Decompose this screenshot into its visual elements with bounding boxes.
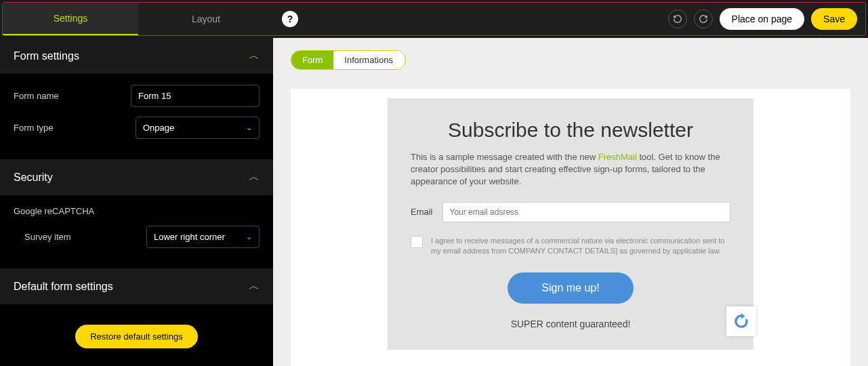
form-description: This is a sample message created with th… xyxy=(411,151,730,188)
chevron-up-icon: ︿ xyxy=(249,279,260,293)
main: Form settings ︿ Form name Form type Onpa… xyxy=(0,38,868,366)
guarantee-text: SUPER content guaranteed! xyxy=(411,319,730,329)
form-name-label: Form name xyxy=(14,91,131,101)
recaptcha-icon xyxy=(732,312,750,330)
email-row: Email xyxy=(411,202,730,222)
form-type-value: Onpage xyxy=(143,123,174,133)
chevron-up-icon: ︿ xyxy=(249,170,260,184)
form-preview: Subscribe to the newsletter This is a sa… xyxy=(388,98,753,350)
survey-item-value: Lower right corner xyxy=(154,232,225,242)
survey-item-select[interactable]: Lower right corner ⌄ xyxy=(146,226,260,248)
section-form-settings-header[interactable]: Form settings ︿ xyxy=(0,38,273,74)
consent-row: I agree to receive messages of a commerc… xyxy=(411,236,730,257)
section-title: Form settings xyxy=(14,50,79,62)
top-tabs: Settings Layout xyxy=(3,3,274,35)
topbar-right: ? Place on page Save xyxy=(274,3,865,35)
section-security-body: Google reCAPTCHA Survey item Lower right… xyxy=(0,195,273,268)
consent-text: I agree to receive messages of a commerc… xyxy=(431,236,730,257)
recaptcha-label: Google reCAPTCHA xyxy=(14,206,260,216)
section-title: Default form settings xyxy=(14,281,113,293)
recaptcha-badge xyxy=(726,306,756,336)
sidebar: Form settings ︿ Form name Form type Onpa… xyxy=(0,38,273,366)
email-label: Email xyxy=(411,207,433,217)
email-input[interactable] xyxy=(442,202,730,222)
desc-brand: FreshMail xyxy=(598,152,637,162)
redo-icon[interactable] xyxy=(694,9,713,28)
section-title: Security xyxy=(14,171,53,184)
topbar: Settings Layout ? Place on page Save xyxy=(2,2,866,36)
canvas-tab-informations[interactable]: Informations xyxy=(333,51,404,69)
form-type-select[interactable]: Onpage ⌄ xyxy=(136,117,260,139)
form-card: Subscribe to the newsletter This is a sa… xyxy=(291,89,850,366)
consent-checkbox[interactable] xyxy=(411,236,423,248)
canvas-tabs: Form Informations xyxy=(291,50,406,70)
tab-layout[interactable]: Layout xyxy=(138,3,274,35)
section-defaults-body: Restore default settings xyxy=(0,304,273,362)
form-name-input[interactable] xyxy=(131,85,260,107)
section-form-settings-body: Form name Form type Onpage ⌄ xyxy=(0,74,273,159)
chevron-down-icon: ⌄ xyxy=(246,123,252,132)
survey-item-label: Survey item xyxy=(24,232,146,242)
chevron-down-icon: ⌄ xyxy=(246,232,252,241)
help-icon[interactable]: ? xyxy=(282,11,298,27)
section-defaults-header[interactable]: Default form settings ︿ xyxy=(0,268,273,304)
canvas-tab-form[interactable]: Form xyxy=(291,51,333,69)
signup-button[interactable]: Sign me up! xyxy=(508,272,633,304)
canvas: Form Informations Subscribe to the newsl… xyxy=(273,38,868,366)
chevron-up-icon: ︿ xyxy=(249,49,260,63)
place-on-page-button[interactable]: Place on page xyxy=(720,8,805,30)
save-button[interactable]: Save xyxy=(811,8,857,30)
desc-pre: This is a sample message created with th… xyxy=(411,152,598,162)
restore-defaults-button[interactable]: Restore default settings xyxy=(75,325,198,348)
form-type-label: Form type xyxy=(14,123,136,133)
undo-icon[interactable] xyxy=(668,9,687,28)
section-security-header[interactable]: Security ︿ xyxy=(0,159,273,195)
form-heading: Subscribe to the newsletter xyxy=(411,119,730,142)
tab-settings[interactable]: Settings xyxy=(3,3,138,35)
